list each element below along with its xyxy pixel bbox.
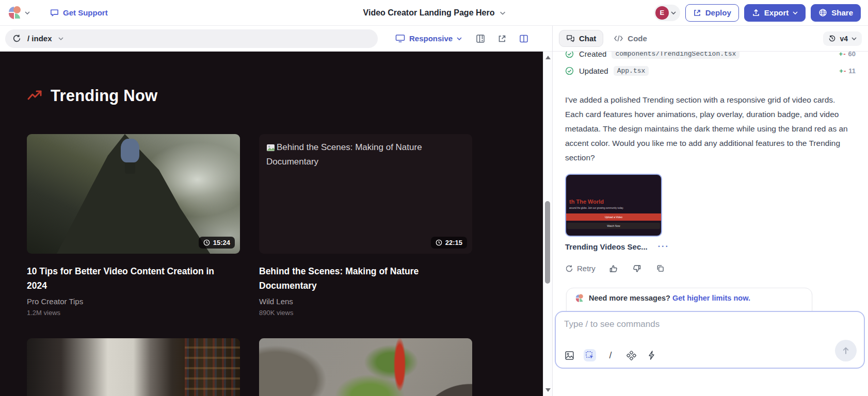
message-actions: Retry [565, 263, 856, 273]
chat-input[interactable] [564, 319, 797, 329]
app-logo-icon [7, 6, 22, 20]
share-label: Share [831, 8, 853, 17]
preview-scrollbar[interactable] [543, 52, 552, 396]
viewport-label: Responsive [409, 34, 453, 43]
project-title-menu[interactable]: Video Creator Landing Page Hero [363, 8, 505, 18]
attachment-label: Trending Videos Sec... [565, 242, 648, 251]
assistant-message: I've added a polished Trending section w… [565, 93, 856, 165]
panel-tabbar: Chat Code v4 [553, 26, 868, 52]
tab-code-label: Code [628, 34, 647, 43]
select-element-icon[interactable] [584, 349, 596, 361]
avatar: E [655, 6, 669, 20]
file-name: App.tsx [614, 66, 649, 76]
input-toolbar: / [563, 349, 658, 361]
integrations-icon[interactable] [625, 349, 637, 361]
video-card[interactable] [27, 338, 240, 396]
attachment-more-button[interactable]: ··· [658, 242, 669, 251]
monitor-icon [395, 34, 405, 43]
header-actions: E Deploy Export [654, 4, 861, 22]
attachment-preview-thumbnail[interactable]: th The World around the globe. Join our … [565, 174, 662, 237]
video-title[interactable]: Behind the Scenes: Making of Nature Docu… [259, 264, 458, 293]
trending-up-icon [27, 89, 42, 103]
broken-image-alt: Behind the Scenes: Making of Nature Docu… [259, 134, 472, 175]
slash-command-icon[interactable]: / [604, 349, 617, 361]
check-circle-icon [565, 67, 574, 75]
mini-subtitle: around the globe. Join our growing commu… [569, 207, 661, 209]
video-thumbnail-broken[interactable]: Behind the Scenes: Making of Nature Docu… [259, 134, 472, 254]
send-button[interactable] [835, 340, 857, 361]
tab-chat[interactable]: Chat [559, 30, 603, 47]
copy-icon[interactable] [655, 263, 665, 273]
video-channel: Wild Lens [259, 297, 472, 306]
refresh-icon[interactable] [12, 34, 21, 43]
project-title: Video Creator Landing Page Hero [363, 8, 495, 18]
viewport-selector[interactable]: Responsive [395, 34, 462, 43]
scroll-up-arrow[interactable] [545, 56, 551, 59]
code-icon [614, 35, 623, 42]
quick-actions-lightning-icon[interactable] [646, 349, 658, 361]
file-change-list: Created components/TrendingSection.tsx +… [565, 52, 856, 77]
route-path: / index [27, 34, 52, 43]
diff-stat: +-11 [839, 67, 856, 75]
video-thumbnail-photographer[interactable]: 15:24 [27, 134, 240, 254]
video-views: 1.2M views [27, 309, 240, 317]
banner-text: Need more messages? [589, 294, 670, 302]
app-preview-iframe[interactable]: Trending Now 15:24 10 Tips for Bette [0, 52, 543, 396]
scrollbar-thumb[interactable] [545, 201, 550, 284]
split-columns-icon[interactable] [519, 34, 529, 44]
tab-code[interactable]: Code [607, 30, 653, 46]
video-card[interactable]: 15:24 10 Tips for Better Video Content C… [27, 134, 240, 317]
thumbs-down-icon[interactable] [632, 263, 642, 273]
version-history-menu[interactable]: v4 [823, 31, 862, 46]
scroll-down-arrow[interactable] [545, 388, 551, 392]
logo-chevron-down-icon [25, 10, 30, 15]
account-chevron-down-icon [671, 10, 676, 15]
file-change-row[interactable]: Created components/TrendingSection.tsx +… [565, 52, 856, 60]
get-support-button[interactable]: Get Support [50, 8, 108, 18]
export-chevron-down-icon [793, 10, 798, 15]
chat-scroll-area[interactable]: Created components/TrendingSection.tsx +… [553, 52, 868, 396]
trending-section-header: Trending Now [27, 87, 543, 105]
mini-watch-button: Watch Now [567, 223, 660, 229]
file-change-row[interactable]: Updated App.tsx +-11 [565, 64, 856, 77]
file-action: Updated [579, 67, 608, 75]
duration-badge: 22:15 [431, 237, 467, 249]
viewport-chevron-down-icon [457, 36, 462, 41]
export-button[interactable]: Export [744, 4, 806, 22]
toolbar-icons [475, 34, 529, 44]
video-title[interactable]: 10 Tips for Better Video Content Creatio… [27, 264, 226, 293]
mini-heading: th The World [569, 199, 661, 205]
share-button[interactable]: Share [811, 4, 861, 22]
open-in-new-window-icon[interactable] [497, 34, 507, 44]
attach-image-icon[interactable] [563, 349, 575, 361]
app-logo-menu[interactable] [7, 6, 30, 20]
share-globe-icon [818, 8, 827, 17]
export-label: Export [764, 8, 789, 17]
component-library-icon[interactable] [475, 34, 486, 44]
project-chevron-down-icon [500, 10, 505, 15]
banner-upgrade-link[interactable]: Get higher limits now. [672, 294, 750, 302]
account-menu[interactable]: E [654, 5, 680, 21]
app-logo-small-icon [575, 294, 584, 303]
app-window: Get Support Video Creator Landing Page H… [0, 0, 868, 396]
video-thumbnail-food[interactable] [259, 338, 472, 396]
video-card[interactable]: Behind the Scenes: Making of Nature Docu… [259, 134, 472, 317]
deploy-external-link-icon [693, 9, 701, 17]
video-views: 890K views [259, 309, 472, 317]
trending-section-title: Trending Now [51, 87, 157, 105]
chat-panel: Chat Code v4 [553, 26, 868, 396]
export-upload-icon [752, 9, 760, 17]
chat-bubbles-icon [566, 34, 575, 43]
attachment: th The World around the globe. Join our … [565, 174, 856, 251]
deploy-button[interactable]: Deploy [685, 4, 739, 22]
mini-upload-button: Upload a Video [566, 213, 661, 221]
chat-input-card[interactable]: / [555, 311, 865, 369]
video-card[interactable] [259, 338, 472, 396]
video-thumbnail-interior[interactable] [27, 338, 240, 396]
retry-button[interactable]: Retry [565, 264, 596, 273]
thumbs-up-icon[interactable] [609, 263, 619, 273]
version-chevron-down-icon [851, 36, 857, 41]
preview-toolbar: / index Responsive [0, 26, 552, 52]
url-bar[interactable]: / index [5, 29, 378, 48]
file-action: Created [579, 52, 606, 58]
